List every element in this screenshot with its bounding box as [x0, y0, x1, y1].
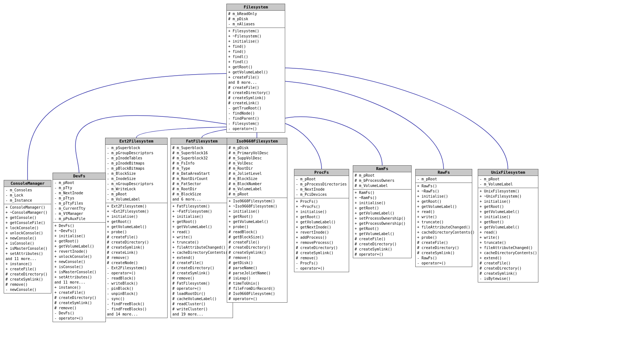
class-section-fatfilesystem-1: + FatFilesystem() + ~FatFilesystem() + i…	[171, 203, 233, 318]
class-rawfs: RawFs- m_pRoot+ RawFs() + ~RawFs() + ini…	[415, 169, 472, 267]
class-section-iso9660filesystem-0: # m_pDisk # m_PrimaryVolDesc # m_SuppVol…	[227, 145, 287, 198]
class-section-ramfs-1: + RamFs() + ~RamFs() + initialise() + ge…	[353, 190, 411, 258]
class-filesystem: Filesystem# m_bReadOnly # m_pDisk - m_nA…	[226, 4, 285, 133]
class-consolemanager: ConsoleManager- m_Consoles - m_Lock - m_…	[4, 180, 51, 293]
class-ext2filesystem: Ext2Filesystem- m_pSuperblock - m_pGroup…	[105, 138, 168, 318]
class-section-devfs-0: - m_pRoot - m_pTty - m_NextInode - m_pTt…	[53, 180, 105, 223]
class-title-consolemanager: ConsoleManager	[4, 180, 51, 187]
class-iso9660filesystem: Iso9660Filesystem# m_pDisk # m_PrimaryVo…	[227, 138, 287, 303]
class-section-consolemanager-0: - m_Consoles - m_Lock - m_Instance	[4, 187, 51, 204]
class-section-unixfilesystem-1: + UnixFilesystem() + ~UnixFilesystem() +…	[478, 188, 538, 282]
class-title-devfs: DevFs	[53, 173, 105, 180]
class-section-rawfs-1: + RawFs() + ~RawFs() + initialise() + ge…	[416, 183, 472, 267]
class-title-fatfilesystem: FatFilesystem	[171, 138, 233, 145]
class-section-rawfs-0: - m_pRoot	[416, 176, 472, 183]
class-section-procfs-0: - m_pRoot - m_pProcessDirectories - m_Ne…	[294, 176, 349, 198]
class-section-consolemanager-1: + ConsoleManager() + ~ConsoleManager() +…	[4, 204, 51, 293]
class-section-iso9660filesystem-1: + Iso9660Filesystem() + ~Iso9660Filesyst…	[227, 198, 287, 302]
class-unixfilesystem: UnixFilesystem- m_pRoot - m_VolumeLabel+…	[478, 169, 538, 282]
class-section-ext2filesystem-1: + Ext2Filesystem() + ~Ext2Filesystem() +…	[105, 203, 167, 318]
class-section-fatfilesystem-0: # m_Superblock # m_Superblock16 # m_Supe…	[171, 145, 233, 203]
class-section-devfs-1: + DevFs() + ~DevFs() + initialise() + ge…	[53, 223, 105, 322]
class-section-procfs-1: + ProcFs() + ~ProcFs() + initialise() + …	[294, 198, 349, 272]
class-title-procfs: ProcFs	[294, 169, 349, 176]
diagram-container: Filesystem# m_bReadOnly # m_pDisk - m_nA…	[0, 0, 631, 364]
class-title-rawfs: RawFs	[416, 169, 472, 176]
class-procfs: ProcFs- m_pRoot - m_pProcessDirectories …	[294, 169, 349, 272]
class-ramfs: RamFs# m_pRoot # m_bProcessOwners # m_Vo…	[353, 165, 412, 258]
class-title-ext2filesystem: Ext2Filesystem	[105, 138, 167, 145]
class-section-filesystem-1: + Filesystem() + ~Filesystem() + initial…	[227, 28, 285, 132]
class-fatfilesystem: FatFilesystem# m_Superblock # m_Superblo…	[171, 138, 233, 318]
class-title-iso9660filesystem: Iso9660Filesystem	[227, 138, 287, 145]
class-title-ramfs: RamFs	[353, 166, 411, 172]
class-title-unixfilesystem: UnixFilesystem	[478, 169, 538, 176]
class-section-unixfilesystem-0: - m_pRoot - m_VolumeLabel	[478, 176, 538, 188]
class-section-ext2filesystem-0: - m_pSuperblock - m_pGroupDescriptors - …	[105, 145, 167, 203]
class-devfs: DevFs- m_pRoot - m_pTty - m_NextInode - …	[53, 173, 106, 322]
class-section-filesystem-0: # m_bReadOnly # m_pDisk - m_nAliases	[227, 11, 285, 28]
class-section-ramfs-0: # m_pRoot # m_bProcessOwners # m_VolumeL…	[353, 172, 411, 190]
class-title-filesystem: Filesystem	[227, 4, 285, 11]
